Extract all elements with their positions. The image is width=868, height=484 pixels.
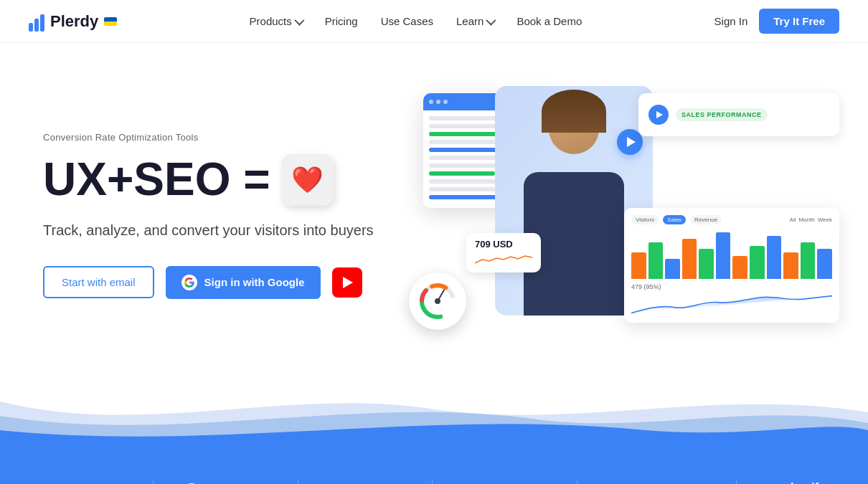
logo-icon bbox=[29, 11, 44, 32]
hero-actions: Start with email Sign in with Google bbox=[43, 266, 374, 299]
seo-line-green bbox=[429, 171, 495, 176]
nav-pricing[interactable]: Pricing bbox=[325, 15, 358, 27]
divider bbox=[432, 480, 433, 484]
bar-8 bbox=[767, 236, 782, 279]
dot bbox=[429, 100, 433, 104]
start-email-button[interactable]: Start with email bbox=[43, 266, 154, 298]
line-chart bbox=[631, 293, 832, 321]
usd-mini-chart bbox=[475, 252, 532, 267]
dot bbox=[436, 100, 440, 104]
analytics-tabs: Visitors Sales Revenue AllMonthWeek bbox=[631, 215, 832, 224]
bar-7 bbox=[750, 246, 765, 279]
shopify-badge: 🛍 shopify partners bbox=[767, 481, 825, 485]
flag-yellow bbox=[104, 22, 117, 26]
sales-performance-card: SALES PERFORMANCE bbox=[638, 93, 839, 136]
chevron-down-icon bbox=[294, 15, 304, 25]
sales-badge: SALES PERFORMANCE bbox=[676, 108, 768, 121]
tab-sales: Sales bbox=[663, 215, 686, 224]
bar-4 bbox=[699, 249, 714, 279]
usd-value: 709 USD bbox=[475, 239, 513, 250]
logo-bar-3 bbox=[40, 14, 44, 32]
svg-line-5 bbox=[438, 290, 444, 301]
analytics-card: Visitors Sales Revenue AllMonthWeek 479 … bbox=[624, 208, 839, 323]
play-circle-icon bbox=[648, 105, 669, 125]
analytics-filters: AllMonthWeek bbox=[790, 215, 832, 224]
divider bbox=[298, 480, 298, 484]
sign-in-link[interactable]: Sign In bbox=[714, 15, 748, 27]
bar-10 bbox=[801, 242, 816, 279]
nav-learn[interactable]: Learn bbox=[456, 15, 494, 27]
ukraine-flag bbox=[104, 17, 117, 26]
heart-emoji: ❤️ bbox=[282, 154, 334, 206]
sign-in-google-button[interactable]: Sign in with Google bbox=[166, 266, 321, 299]
logo-bar-1 bbox=[29, 23, 33, 32]
bar-3 bbox=[682, 239, 697, 279]
divider bbox=[153, 480, 154, 484]
chevron-down-icon bbox=[486, 15, 496, 25]
bar-9 bbox=[783, 252, 798, 279]
person-body-container bbox=[509, 129, 638, 315]
header: Plerdy Products Pricing Use Cases Learn … bbox=[0, 0, 868, 43]
bar-0 bbox=[631, 252, 646, 279]
usd-card: 709 USD bbox=[466, 233, 541, 272]
bar-5 bbox=[716, 232, 731, 279]
line-chart-svg bbox=[631, 293, 832, 321]
main-nav: Products Pricing Use Cases Learn Book a … bbox=[250, 15, 582, 27]
nav-use-cases[interactable]: Use Cases bbox=[381, 15, 433, 27]
youtube-button[interactable] bbox=[332, 267, 362, 298]
hero-illustration: SALES PERFORMANCE 709 USD Visitors Sales… bbox=[409, 86, 839, 344]
nav-book-demo[interactable]: Book a Demo bbox=[516, 15, 582, 27]
hero-left: Conversion Rate Optimization Tools UX+SE… bbox=[43, 132, 374, 299]
hero-title: UX+SEO = ❤️ bbox=[43, 154, 374, 206]
google-icon bbox=[181, 275, 197, 290]
bar-chart bbox=[631, 229, 832, 279]
divider bbox=[577, 480, 577, 484]
bar-6 bbox=[732, 256, 747, 280]
tab-visitors: Visitors bbox=[631, 215, 659, 224]
shopify-text: shopify partners bbox=[784, 481, 825, 485]
logo-text: Plerdy bbox=[50, 12, 98, 31]
logo-bar-2 bbox=[34, 19, 39, 32]
gauge-card bbox=[409, 272, 466, 330]
wave-section bbox=[0, 373, 868, 459]
nav-products[interactable]: Products bbox=[250, 15, 302, 27]
hero-section: Conversion Rate Optimization Tools UX+SE… bbox=[0, 43, 868, 373]
bar-2 bbox=[665, 259, 680, 279]
mini-line-chart-svg bbox=[475, 252, 532, 267]
divider bbox=[736, 480, 737, 484]
hero-subtitle: Conversion Rate Optimization Tools bbox=[43, 132, 374, 143]
bar-11 bbox=[817, 249, 832, 279]
hero-description: Track, analyze, and convert your visitor… bbox=[43, 220, 374, 240]
bar-1 bbox=[648, 242, 664, 279]
wave-svg bbox=[0, 373, 868, 459]
dot bbox=[443, 100, 448, 104]
try-free-button[interactable]: Try It Free bbox=[759, 9, 839, 34]
bottom-value: 479 (95%) bbox=[631, 283, 832, 290]
bottom-badges-section: ✈ Capterra 4.9/5 G2 CROWD 4.7/5 APPSUMO … bbox=[0, 459, 868, 484]
logo[interactable]: Plerdy bbox=[29, 11, 117, 32]
tab-revenue: Revenue bbox=[690, 215, 722, 224]
header-actions: Sign In Try It Free bbox=[714, 9, 839, 34]
play-triangle-icon bbox=[627, 137, 636, 147]
gauge-svg bbox=[416, 280, 459, 323]
person-hair bbox=[542, 90, 606, 133]
